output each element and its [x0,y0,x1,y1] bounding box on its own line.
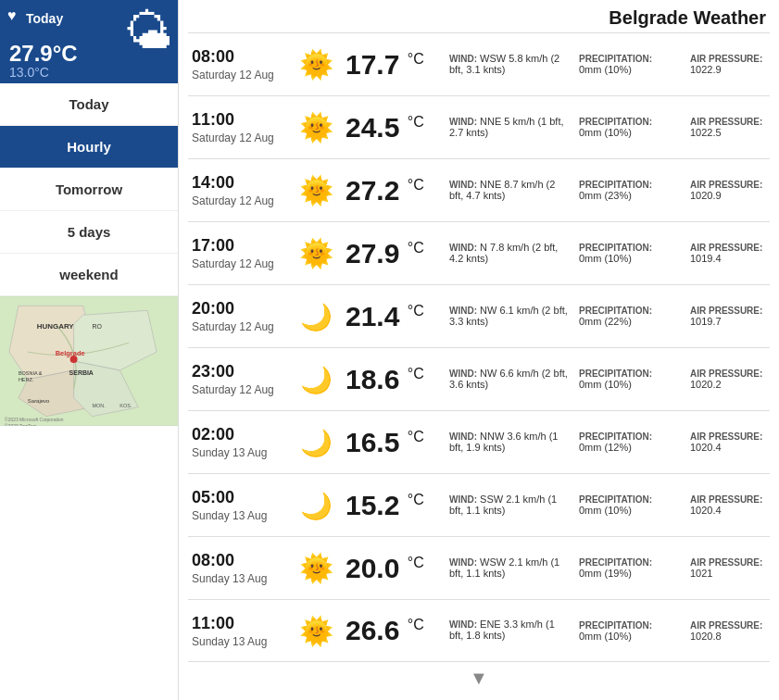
time-col: 23:00 Saturday 12 Aug [192,362,294,396]
pressure-label: AIR PRESSURE: [690,620,766,631]
precip-label: PRECIPITATION: [579,431,683,442]
heart-icon[interactable]: ♥ [7,7,17,24]
wind-label: WIND: [449,619,477,630]
temp-unit: °C [408,240,424,256]
weather-row: 20:00 Saturday 12 Aug 🌙 21.4 °C WIND: NW… [188,284,770,347]
sun-emoji-large: 🌤 [124,7,172,56]
pressure-details: AIR PRESSURE: 1020.2 [683,369,766,390]
svg-text:MON.: MON. [92,403,106,408]
time-value: 23:00 [192,362,294,381]
date-value: Sunday 13 Aug [192,446,294,459]
svg-text:RO: RO [92,323,102,330]
pressure-details: AIR PRESSURE: 1021 [683,557,766,579]
wind-label: WIND: [449,369,477,379]
weather-icon: 🌙 [294,299,338,333]
temp-unit: °C [408,555,424,570]
temp-unit: °C [408,366,424,381]
wind-details: WIND: N 7.8 km/h (2 bft, 4.2 knts) [440,242,572,266]
pressure-value: 1020.9 [690,190,722,201]
main-content: Belgrade Weather 08:00 Saturday 12 Aug 🌞… [179,0,779,700]
precip-value: 0mm (22%) [579,316,632,327]
pressure-label: AIR PRESSURE: [690,369,766,379]
pressure-value: 1020.4 [690,442,722,453]
sidebar-item-today[interactable]: Today [0,83,178,126]
pressure-value: 1020.2 [690,379,722,390]
sidebar-item-tomorrow[interactable]: Tomorrow [0,169,178,211]
wind-details: WIND: ENE 3.3 km/h (1 bft, 1.8 knts) [440,619,572,643]
precip-label: PRECIPITATION: [579,494,683,505]
map[interactable]: HUNGARY RO BOSNIA & HERZ. SERBIA Sarajev… [0,296,178,426]
pressure-label: AIR PRESSURE: [690,557,766,568]
weather-row: 17:00 Saturday 12 Aug 🌞 27.9 °C WIND: N … [188,221,770,284]
sidebar-item-5days[interactable]: 5 days [0,211,178,254]
weather-icon: 🌙 [294,362,338,396]
date-value: Saturday 12 Aug [192,257,294,270]
svg-text:BOSNIA &: BOSNIA & [19,370,43,376]
time-col: 11:00 Sunday 13 Aug [192,614,294,648]
weather-row: 08:00 Sunday 13 Aug 🌞 20.0 °C WIND: WSW … [188,536,770,599]
wind-details: WIND: NNW 3.6 km/h (1 bft, 1.9 knts) [440,431,572,455]
pressure-label: AIR PRESSURE: [690,54,766,64]
weather-icon: 🌞 [294,110,338,144]
precip-label: PRECIPITATION: [579,180,683,190]
date-value: Sunday 13 Aug [192,572,294,585]
weather-row: 11:00 Sunday 13 Aug 🌞 26.6 °C WIND: ENE … [188,599,770,662]
pressure-details: AIR PRESSURE: 1022.9 [683,54,766,75]
pressure-details: AIR PRESSURE: 1020.4 [683,431,766,453]
precip-label: PRECIPITATION: [579,54,683,64]
weather-row: 02:00 Sunday 13 Aug 🌙 16.5 °C WIND: NNW … [188,410,770,473]
wind-details: WIND: NW 6.1 km/h (2 bft, 3.3 knts) [440,305,572,329]
svg-text:Belgrade: Belgrade [56,349,85,357]
pressure-value: 1021 [690,568,712,579]
pressure-details: AIR PRESSURE: 1020.8 [683,620,766,642]
time-col: 20:00 Saturday 12 Aug [192,299,294,333]
temp-unit: °C [408,617,424,632]
precipitation-details: PRECIPITATION: 0mm (10%) [572,54,683,75]
pressure-value: 1022.5 [690,127,722,138]
wind-details: WIND: NNE 8.7 km/h (2 bft, 4.7 knts) [440,179,572,203]
precip-label: PRECIPITATION: [579,369,683,379]
wind-label: WIND: [449,54,477,64]
scroll-down-indicator[interactable]: ▼ [188,662,770,694]
svg-text:HUNGARY: HUNGARY [37,322,75,331]
weather-icon: 🌞 [294,47,338,81]
weather-row: 08:00 Saturday 12 Aug 🌞 17.7 °C WIND: WS… [188,32,770,95]
weather-row: 14:00 Saturday 12 Aug 🌞 27.2 °C WIND: NN… [188,158,770,221]
precip-label: PRECIPITATION: [579,117,683,127]
sidebar-item-weekend[interactable]: weekend [0,254,178,296]
temperature: 24.5 °C [338,112,440,144]
pressure-details: AIR PRESSURE: 1019.4 [683,243,766,264]
wind-label: WIND: [449,557,477,568]
time-value: 11:00 [192,614,294,633]
temperature: 20.0 °C [338,553,440,584]
temp-unit: °C [408,492,424,507]
wind-label: WIND: [449,431,477,442]
precipitation-details: PRECIPITATION: 0mm (23%) [572,180,683,201]
precipitation-details: PRECIPITATION: 0mm (19%) [572,557,683,579]
svg-text:SERBIA: SERBIA [69,369,94,376]
sidebar: ♥ Today 🌤 27.9°C 13.0°C Today Hourly Tom… [0,0,179,700]
pressure-value: 1019.7 [690,316,722,327]
weather-icon: 🌙 [294,488,338,522]
weather-row: 23:00 Saturday 12 Aug 🌙 18.6 °C WIND: NW… [188,347,770,410]
svg-text:©2023 TomTom: ©2023 TomTom [5,423,37,426]
date-value: Sunday 13 Aug [192,509,294,522]
date-value: Saturday 12 Aug [192,131,294,144]
wind-details: WIND: SSW 2.1 km/h (1 bft, 1.1 knts) [440,494,572,518]
pressure-label: AIR PRESSURE: [690,306,766,316]
precip-value: 0mm (23%) [579,190,632,201]
pressure-label: AIR PRESSURE: [690,117,766,127]
wind-details: WIND: WSW 2.1 km/h (1 bft, 1.1 knts) [440,556,572,581]
time-value: 08:00 [192,551,294,570]
today-card: ♥ Today 🌤 27.9°C 13.0°C [0,0,178,83]
date-value: Saturday 12 Aug [192,69,294,81]
wind-label: WIND: [449,494,477,505]
precip-value: 0mm (19%) [579,568,632,579]
sidebar-item-hourly[interactable]: Hourly [0,126,178,169]
precipitation-details: PRECIPITATION: 0mm (10%) [572,494,683,516]
pressure-label: AIR PRESSURE: [690,180,766,190]
wind-details: WIND: NNE 5 km/h (1 bft, 2.7 knts) [440,116,572,140]
pressure-details: AIR PRESSURE: 1022.5 [683,117,766,138]
precip-label: PRECIPITATION: [579,620,683,631]
temp-unit: °C [408,114,424,130]
